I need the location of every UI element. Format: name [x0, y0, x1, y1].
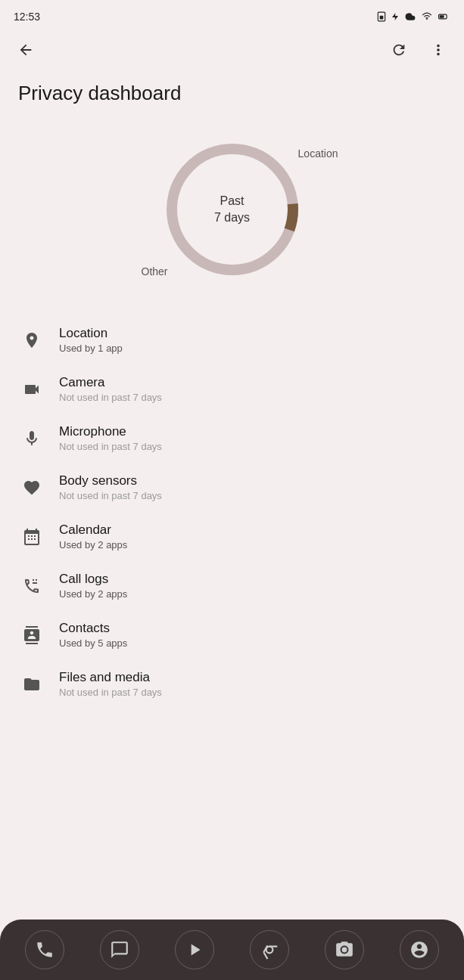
nav-message-button[interactable]	[100, 930, 139, 969]
back-button[interactable]	[12, 36, 39, 64]
action-bar-right	[385, 36, 452, 64]
donut-label-line2: 7 days	[214, 209, 250, 226]
call-logs-title: Call logs	[59, 572, 446, 587]
permission-item-files[interactable]: Files and media Not used in past 7 days	[0, 659, 464, 709]
wifi-icon	[421, 11, 433, 22]
status-time: 12:53	[14, 11, 40, 23]
permission-text-contacts: Contacts Used by 5 apps	[59, 621, 446, 649]
status-bar: 12:53	[0, 0, 464, 30]
permission-item-call-logs[interactable]: Call logs Used by 2 apps	[0, 561, 464, 610]
files-icon	[18, 671, 45, 698]
permission-text-location: Location Used by 1 app	[59, 326, 446, 354]
action-bar	[0, 30, 464, 70]
page-title: Privacy dashboard	[0, 70, 464, 111]
svg-rect-4	[440, 15, 444, 18]
donut-center-label: Past 7 days	[214, 193, 250, 227]
bottom-spacer	[0, 709, 464, 784]
microphone-subtitle: Not used in past 7 days	[59, 441, 446, 452]
play-nav-icon	[185, 940, 204, 960]
permission-text-files: Files and media Not used in past 7 days	[59, 670, 446, 698]
permission-list: Location Used by 1 app Camera Not used i…	[0, 315, 464, 709]
more-options-icon	[430, 42, 447, 58]
permission-item-microphone[interactable]: Microphone Not used in past 7 days	[0, 414, 464, 463]
camera-title: Camera	[59, 375, 446, 390]
camera-subtitle: Not used in past 7 days	[59, 392, 446, 403]
permission-text-body-sensors: Body sensors Not used in past 7 days	[59, 473, 446, 501]
settings-nav-icon	[410, 940, 429, 960]
call-logs-icon	[18, 572, 45, 600]
more-options-button[interactable]	[425, 36, 452, 64]
microphone-title: Microphone	[59, 424, 446, 439]
contacts-subtitle: Used by 5 apps	[59, 637, 446, 649]
permission-text-calendar: Calendar Used by 2 apps	[59, 523, 446, 550]
location-title: Location	[59, 326, 446, 341]
body-sensors-icon	[18, 474, 45, 501]
chart-section: Past 7 days Location Other	[0, 111, 464, 300]
status-icons	[376, 11, 450, 22]
contacts-icon	[18, 622, 45, 649]
location-icon	[18, 327, 45, 354]
body-sensors-subtitle: Not used in past 7 days	[59, 490, 446, 501]
files-subtitle: Not used in past 7 days	[59, 687, 446, 698]
files-title: Files and media	[59, 670, 446, 685]
permission-item-location[interactable]: Location Used by 1 app	[0, 315, 464, 364]
refresh-icon	[391, 42, 407, 58]
refresh-button[interactable]	[385, 36, 413, 64]
calendar-subtitle: Used by 2 apps	[59, 539, 446, 550]
contacts-title: Contacts	[59, 621, 446, 636]
bottom-nav	[0, 920, 464, 980]
svg-marker-2	[392, 13, 398, 20]
nav-phone-button[interactable]	[25, 930, 64, 969]
permission-item-body-sensors[interactable]: Body sensors Not used in past 7 days	[0, 463, 464, 512]
calendar-title: Calendar	[59, 523, 446, 538]
flash-icon	[391, 11, 400, 22]
permission-text-camera: Camera Not used in past 7 days	[59, 375, 446, 403]
nav-settings-button[interactable]	[400, 930, 439, 969]
microphone-icon	[18, 425, 45, 452]
sim-icon	[376, 11, 387, 22]
location-subtitle: Used by 1 app	[59, 343, 446, 354]
cloud-icon	[403, 11, 417, 22]
camera-icon	[18, 376, 45, 403]
body-sensors-title: Body sensors	[59, 473, 446, 488]
donut-label-line1: Past	[214, 193, 250, 209]
camera-nav-icon	[335, 940, 354, 960]
permission-item-contacts[interactable]: Contacts Used by 5 apps	[0, 610, 464, 659]
svg-rect-1	[380, 16, 384, 20]
permission-item-camera[interactable]: Camera Not used in past 7 days	[0, 364, 464, 414]
donut-chart-wrapper: Past 7 days Location Other	[149, 126, 316, 293]
phone-nav-icon	[35, 940, 54, 960]
action-bar-left	[12, 36, 39, 64]
battery-icon	[437, 11, 450, 22]
message-nav-icon	[110, 940, 129, 960]
permission-item-calendar[interactable]: Calendar Used by 2 apps	[0, 512, 464, 561]
calendar-icon	[18, 523, 45, 550]
nav-camera-button[interactable]	[325, 930, 364, 969]
permission-text-microphone: Microphone Not used in past 7 days	[59, 424, 446, 452]
chart-label-other: Other	[142, 265, 168, 278]
nav-play-button[interactable]	[175, 930, 214, 969]
permission-text-call-logs: Call logs Used by 2 apps	[59, 572, 446, 600]
chrome-nav-icon	[260, 940, 279, 960]
chart-label-location: Location	[298, 147, 338, 160]
back-icon	[17, 42, 34, 58]
nav-chrome-button[interactable]	[250, 930, 289, 969]
call-logs-subtitle: Used by 2 apps	[59, 588, 446, 600]
